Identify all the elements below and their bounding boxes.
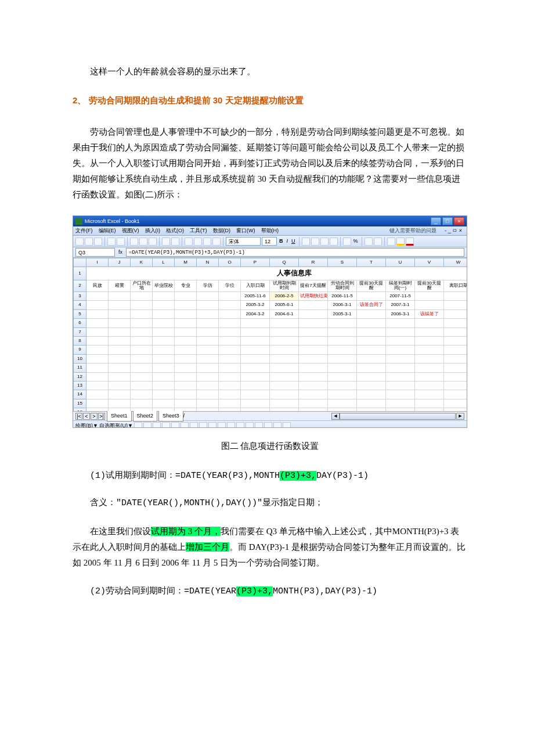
help-hint[interactable]: 键入需要帮助的问题 <box>389 226 436 235</box>
font-color2-icon[interactable] <box>236 422 244 429</box>
excel-icon <box>75 218 82 225</box>
picture-icon[interactable] <box>208 422 217 429</box>
italic-button[interactable]: I <box>287 236 288 246</box>
menu-data[interactable]: 数据(D) <box>213 226 231 235</box>
fx-icon[interactable]: fx <box>118 247 122 257</box>
menu-insert[interactable]: 插入(I) <box>145 226 161 235</box>
menu-format[interactable]: 格式(O) <box>166 226 184 235</box>
underline-button[interactable]: U <box>291 236 295 246</box>
sheet-tabs: |< < > >| Sheet1 Sheet2 Sheet3 / ◄ ► <box>73 411 467 420</box>
redo-icon[interactable] <box>171 237 179 246</box>
tab-prev-icon[interactable]: < <box>83 413 90 420</box>
spreadsheet-grid[interactable]: IJKLMNOPQRSTUVWX1人事信息库2民族籍贯户口所在地毕业院校专业学历… <box>73 258 467 411</box>
intro-line: 这样一个人的年龄就会容易的显示出来了。 <box>73 64 467 80</box>
sheet-tab-2[interactable]: Sheet2 <box>133 411 158 421</box>
percent-button[interactable]: % <box>353 236 358 246</box>
rect-icon[interactable] <box>153 422 161 429</box>
print-icon[interactable] <box>107 237 116 246</box>
oval-icon[interactable] <box>162 422 170 429</box>
indent-dec-icon[interactable] <box>365 237 373 246</box>
menu-tools[interactable]: 工具(T) <box>190 226 207 235</box>
sheet-tab-3[interactable]: Sheet3 <box>158 411 183 421</box>
hscroll-left-icon[interactable]: ◄ <box>331 413 340 420</box>
open-icon[interactable] <box>85 237 93 246</box>
bold-button[interactable]: B <box>279 236 283 246</box>
font-name[interactable]: 宋体 <box>226 237 261 246</box>
menu-file[interactable]: 文件(F) <box>75 226 93 235</box>
line-style-icon[interactable] <box>246 422 254 429</box>
dash-style-icon[interactable] <box>255 422 263 429</box>
formula-1: (1)试用期到期时间：=DATE(YEAR(P3),MONTH(P3)+3,DA… <box>73 468 467 484</box>
paste-icon[interactable] <box>149 237 157 246</box>
zoom-icon[interactable] <box>212 237 221 246</box>
formula-1-explain: 在这里我们假设试用期为 3 个月，我们需要在 Q3 单元格中输入上述公式，其中M… <box>73 524 467 571</box>
save-icon[interactable] <box>94 237 102 246</box>
cut-icon[interactable] <box>130 237 138 246</box>
line-icon[interactable] <box>134 422 142 429</box>
maximize-button[interactable]: □ <box>442 217 453 225</box>
new-icon[interactable] <box>75 237 84 246</box>
fill-icon[interactable] <box>218 422 226 429</box>
menu-help[interactable]: 帮助(H) <box>261 226 279 235</box>
excel-screenshot: Microsoft Excel - Book1 _ □ × 文件(F) 编辑(E… <box>73 215 467 428</box>
sort-desc-icon[interactable] <box>194 237 202 246</box>
tab-next-icon[interactable]: > <box>91 413 98 420</box>
formula-2: (2)劳动合同到期时间：=DATE(YEAR(P3)+3,MONTH(P3),D… <box>73 584 467 599</box>
merge-icon[interactable] <box>330 237 338 246</box>
formula-bar: Q3 fx =DATE(YEAR(P3),MONTH(P3)+3,DAY(P3)… <box>73 247 467 258</box>
currency-icon[interactable] <box>343 237 351 246</box>
menubar: 文件(F) 编辑(E) 视图(V) 插入(I) 格式(O) 工具(T) 数据(D… <box>73 226 467 236</box>
draw-menu[interactable]: 绘图(B)▼ 自选图形(U)▼ <box>75 421 133 428</box>
close-button[interactable]: × <box>454 217 464 225</box>
font-color-icon[interactable] <box>406 237 414 246</box>
tab-first-icon[interactable]: |< <box>75 413 82 420</box>
clipart-icon[interactable] <box>199 422 207 429</box>
paragraph-1: 劳动合同管理也是人事管理中不可缺少的一部分，特别是劳动合同到期续签问题更是不可忽… <box>73 124 467 203</box>
textbox-icon[interactable] <box>171 422 179 429</box>
undo-icon[interactable] <box>162 237 170 246</box>
formula-1-meaning: 含义："DATE(YEAR(),MONTH(),DAY())"显示指定日期； <box>73 495 467 511</box>
diagram-icon[interactable] <box>190 422 198 429</box>
formula-input[interactable]: =DATE(YEAR(P3),MONTH(P3)+3,DAY(P3)-1) <box>126 248 464 257</box>
window-title: Microsoft Excel - Book1 <box>85 217 430 226</box>
minimize-button[interactable]: _ <box>431 217 441 225</box>
arrow-style-icon[interactable] <box>264 422 272 429</box>
standard-toolbar: 宋体 12 B I U % <box>73 236 467 247</box>
align-right-icon[interactable] <box>320 237 329 246</box>
hscroll-right-icon[interactable]: ► <box>456 413 464 420</box>
font-size[interactable]: 12 <box>262 237 277 246</box>
sort-asc-icon[interactable] <box>185 237 193 246</box>
3d-icon[interactable] <box>283 422 291 429</box>
shadow-icon[interactable] <box>273 422 282 429</box>
wordart-icon[interactable] <box>181 422 189 429</box>
line-color-icon[interactable] <box>227 422 235 429</box>
fill-color-icon[interactable] <box>396 237 405 246</box>
sheet-tab-1[interactable]: Sheet1 <box>107 411 132 421</box>
copy-icon[interactable] <box>139 237 147 246</box>
arrow-icon[interactable] <box>143 422 151 429</box>
figure-caption: 图二 信息项进行函数设置 <box>73 438 467 454</box>
menu-view[interactable]: 视图(V) <box>122 226 139 235</box>
chart-icon[interactable] <box>203 237 211 246</box>
indent-inc-icon[interactable] <box>374 237 382 246</box>
preview-icon[interactable] <box>117 237 125 246</box>
name-box[interactable]: Q3 <box>75 248 115 257</box>
titlebar: Microsoft Excel - Book1 _ □ × <box>73 216 467 226</box>
align-center-icon[interactable] <box>311 237 319 246</box>
tab-last-icon[interactable]: >| <box>98 413 105 420</box>
borders-icon[interactable] <box>387 237 395 246</box>
menu-edit[interactable]: 编辑(E) <box>99 226 116 235</box>
drawing-toolbar: 绘图(B)▼ 自选图形(U)▼ <box>73 420 467 428</box>
align-left-icon[interactable] <box>302 237 310 246</box>
menu-window[interactable]: 窗口(W) <box>236 226 255 235</box>
section-heading-2: 2、 劳动合同期限的自动生成和提前 30 天定期提醒功能设置 <box>73 92 467 108</box>
